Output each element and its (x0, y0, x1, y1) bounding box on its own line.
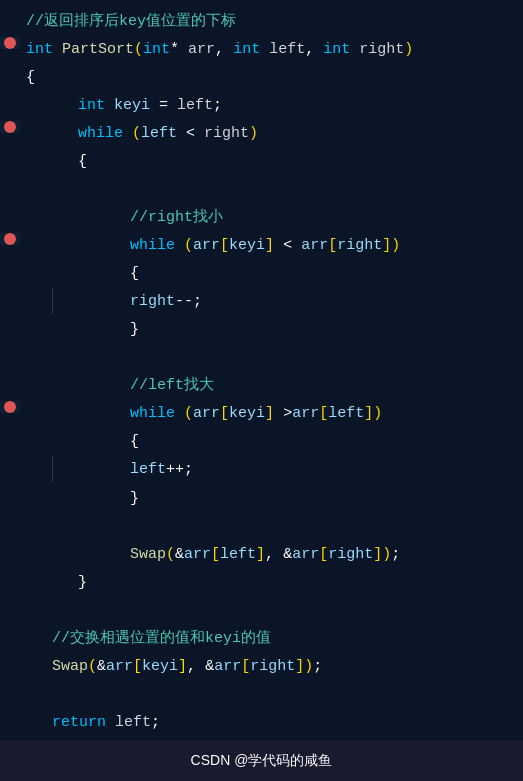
code-line-11: right--; (20, 289, 523, 315)
line-14: //left找大 (0, 372, 523, 400)
line-9: while (arr[keyi] < arr[right]) (0, 232, 523, 260)
code-line-16: { (20, 429, 523, 455)
code-line-10: { (20, 261, 523, 287)
code-line-8: //right找小 (20, 205, 523, 231)
code-line-4: int keyi = left; (20, 93, 523, 119)
line-11: right--; (0, 288, 523, 316)
code-line-19 (20, 514, 523, 540)
breakpoint-15 (4, 401, 16, 413)
breakpoint-5 (4, 121, 16, 133)
breakpoint-2 (4, 37, 16, 49)
line-20: Swap(&arr[left], &arr[right]); (0, 541, 523, 569)
line-2: int PartSort(int* arr, int left, int rig… (0, 36, 523, 64)
line-12: } (0, 316, 523, 344)
line-25 (0, 681, 523, 709)
code-line-21: } (20, 570, 523, 596)
gutter-15 (0, 401, 20, 413)
line-17: left++; (0, 456, 523, 484)
gutter-5 (0, 121, 20, 133)
code-line-12: } (20, 317, 523, 343)
code-line-9: while (arr[keyi] < arr[right]) (20, 233, 523, 259)
code-line-13 (20, 345, 523, 371)
line-3: { (0, 64, 523, 92)
code-line-18: } (20, 486, 523, 512)
line-13 (0, 344, 523, 372)
line-10: { (0, 260, 523, 288)
code-line-24: Swap(&arr[keyi], &arr[right]); (20, 654, 523, 680)
line-21: } (0, 569, 523, 597)
code-line-6: { (20, 149, 523, 175)
line-19 (0, 513, 523, 541)
status-bar: CSDN @学代码的咸鱼 (0, 741, 523, 781)
line-15: while (arr[keyi] >arr[left]) (0, 400, 523, 428)
line-18: } (0, 485, 523, 513)
gutter-9 (0, 233, 20, 245)
code-line-14: //left找大 (20, 373, 523, 399)
line-24: Swap(&arr[keyi], &arr[right]); (0, 653, 523, 681)
line-8: //right找小 (0, 204, 523, 232)
code-line-15: while (arr[keyi] >arr[left]) (20, 401, 523, 427)
code-line-25 (20, 682, 523, 708)
code-line-1: //返回排序后key值位置的下标 (20, 9, 523, 35)
line-7 (0, 176, 523, 204)
line-1: //返回排序后key值位置的下标 (0, 8, 523, 36)
gutter-2 (0, 37, 20, 49)
line-16: { (0, 428, 523, 456)
code-line-3: { (20, 65, 523, 91)
status-text: CSDN @学代码的咸鱼 (191, 752, 333, 770)
code-line-22 (20, 598, 523, 624)
line-26: return left; (0, 709, 523, 737)
line-4: int keyi = left; (0, 92, 523, 120)
line-22 (0, 597, 523, 625)
code-line-5: while (left < right) (20, 121, 523, 147)
line-5: while (left < right) (0, 120, 523, 148)
code-editor: //返回排序后key值位置的下标 int PartSort(int* arr, … (0, 0, 523, 741)
code-line-20: Swap(&arr[left], &arr[right]); (20, 542, 523, 568)
code-line-17: left++; (20, 457, 523, 483)
code-line-7 (20, 177, 523, 203)
breakpoint-9 (4, 233, 16, 245)
code-line-23: //交换相遇位置的值和keyi的值 (20, 626, 523, 652)
line-6: { (0, 148, 523, 176)
code-line-2: int PartSort(int* arr, int left, int rig… (20, 37, 523, 63)
code-line-26: return left; (20, 710, 523, 736)
line-23: //交换相遇位置的值和keyi的值 (0, 625, 523, 653)
